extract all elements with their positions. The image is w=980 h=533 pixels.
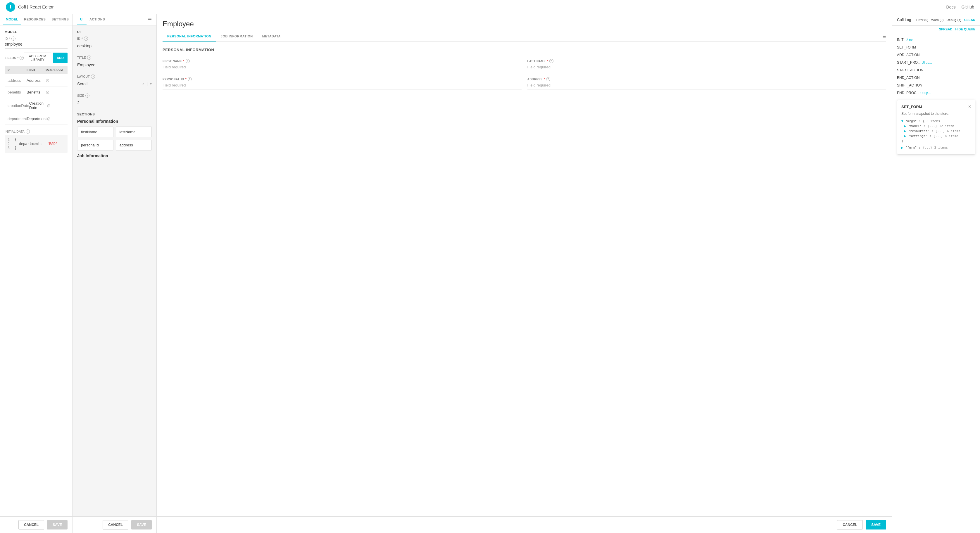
ui-id-input[interactable]: desktop	[77, 42, 152, 50]
log-item-init[interactable]: INIT 2 ms	[892, 36, 980, 44]
github-link[interactable]: GitHub	[961, 5, 974, 10]
layout-select-icons[interactable]: × | ▾	[142, 82, 152, 86]
log-item-addaction[interactable]: ADD_ACTION	[892, 51, 980, 59]
tab-ui[interactable]: UI	[77, 14, 86, 25]
add-field-button[interactable]: ADD	[53, 52, 68, 63]
log-hide-queue-button[interactable]: HIDE QUEUE	[955, 27, 975, 31]
main-layout: MODEL RESOURCES SETTINGS LAYOUTS ☰ MODEL…	[0, 14, 980, 533]
docs-link[interactable]: Docs	[947, 5, 956, 10]
ui-section-title: UI	[77, 30, 152, 33]
chevron-down-icon[interactable]: ▾	[150, 82, 152, 86]
log-item-sub[interactable]: UI up...	[921, 61, 932, 64]
log-header: Cofi Log Error (0) Warn (0) Debug (7) CL…	[892, 14, 980, 26]
preview-label-lastname: LAST NAME * ?	[527, 59, 886, 63]
log-item-shiftaction[interactable]: SHIFT_ACTION	[892, 81, 980, 89]
ui-layout-group: LAYOUT ? Scroll × | ▾	[77, 75, 152, 88]
fields-header: FIELDS * ? ADD FROM LIBRARY ADD	[5, 52, 68, 63]
initial-data-section: INITIAL DATA ? 1{ 2 department: 'R&D' 3}	[5, 130, 68, 153]
field-id: address	[8, 78, 27, 83]
field-lastname[interactable]: lastName	[116, 127, 152, 137]
field-id: creationDate	[8, 103, 29, 108]
log-item-endaction[interactable]: END_ACTION	[892, 74, 980, 81]
field-label: Address	[27, 78, 46, 83]
clear-icon[interactable]: ×	[142, 82, 145, 86]
preview-title: Employee	[162, 20, 886, 28]
model-panel: MODEL RESOURCES SETTINGS LAYOUTS ☰ MODEL…	[0, 14, 73, 533]
address-help-icon[interactable]: ?	[546, 77, 550, 81]
tab-personal-info[interactable]: PERSONAL INFORMATION	[162, 32, 216, 41]
ui-footer: CANCEL SAVE	[73, 516, 156, 533]
log-item-name: SHIFT_ACTION	[897, 83, 923, 87]
log-item-sub[interactable]: UI up...	[920, 91, 931, 95]
log-popup-close-button[interactable]: ×	[968, 104, 971, 109]
field-label: Department	[27, 117, 47, 121]
preview-save-button[interactable]: SAVE	[866, 520, 886, 530]
section-job-name: Job Information	[77, 154, 152, 158]
preview-panel: Employee PERSONAL INFORMATION JOB INFORM…	[157, 14, 892, 533]
ui-title-help-icon[interactable]: ?	[87, 56, 91, 60]
field-personalid[interactable]: personalId	[77, 140, 113, 151]
log-item-startpro[interactable]: START_PRO... UI up...	[892, 59, 980, 66]
field-id: benefits	[8, 90, 27, 94]
tab-actions[interactable]: ACTIONS	[86, 14, 108, 25]
ui-panel: UI ACTIONS ☰ UI ID * ? desktop TITLE ?	[73, 14, 157, 533]
table-row[interactable]: department Department ⊘	[5, 113, 68, 125]
add-from-library-button[interactable]: ADD FROM LIBRARY	[24, 52, 51, 63]
log-popup-header: SET_FORM ×	[901, 104, 971, 109]
firstname-help-icon[interactable]: ?	[186, 59, 190, 63]
topbar: I Cofi | React Editor Docs GitHub	[0, 0, 980, 14]
log-item-name: INIT	[897, 38, 904, 42]
field-id: department	[8, 117, 27, 121]
table-row[interactable]: benefits Benefits ⊘	[5, 87, 68, 98]
preview-cancel-button[interactable]: CANCEL	[837, 520, 863, 530]
preview-tabs: PERSONAL INFORMATION JOB INFORMATION MET…	[162, 32, 886, 42]
field-firstname[interactable]: firstName	[77, 127, 113, 137]
fields-help-icon[interactable]: ?	[19, 56, 24, 60]
model-cancel-button[interactable]: CANCEL	[18, 520, 44, 530]
log-content: INIT 2 ms SET_FORM ADD_ACTION START_PRO.…	[892, 33, 980, 533]
personalid-help-icon[interactable]: ?	[188, 77, 192, 81]
ui-id-help-icon[interactable]: ?	[84, 36, 88, 41]
ui-title-input[interactable]	[77, 61, 152, 69]
model-tabs: MODEL RESOURCES SETTINGS LAYOUTS ☰	[0, 14, 72, 25]
initial-data-help-icon[interactable]: ?	[26, 130, 30, 133]
preview-form-grid: FIRST NAME * ? Field required LAST NAME …	[162, 59, 886, 89]
log-spread-button[interactable]: SPREAD	[939, 27, 953, 31]
ui-layout-help-icon[interactable]: ?	[91, 75, 95, 79]
tab-settings[interactable]: SETTINGS	[49, 14, 72, 25]
log-actions: SPREAD HIDE QUEUE	[892, 26, 980, 33]
fields-table-header: Id Label Referenced	[5, 66, 68, 74]
topbar-left: I Cofi | React Editor	[6, 2, 54, 12]
table-row[interactable]: creationDate Creation Date ⊘	[5, 98, 68, 113]
tab-model[interactable]: MODEL	[3, 14, 21, 25]
ui-menu-icon[interactable]: ☰	[148, 17, 152, 22]
field-address[interactable]: address	[116, 140, 152, 151]
ui-save-button[interactable]: SAVE	[131, 520, 152, 530]
log-popup-title: SET_FORM	[901, 105, 922, 109]
log-item-time: 2 ms	[906, 38, 913, 41]
tab-job-info[interactable]: JOB INFORMATION	[216, 32, 258, 41]
preview-menu-icon[interactable]: ☰	[882, 34, 886, 39]
tab-resources[interactable]: RESOURCES	[21, 14, 49, 25]
log-filter-warn: Warn (0)	[931, 18, 943, 22]
model-save-button[interactable]: SAVE	[47, 520, 68, 530]
table-row[interactable]: address Address ⊘	[5, 75, 68, 87]
col-label: Label	[27, 68, 46, 72]
ui-size-help-icon[interactable]: ?	[85, 94, 89, 98]
log-item-startaction[interactable]: START_ACTION	[892, 66, 980, 74]
log-clear-button[interactable]: CLEAR	[964, 18, 975, 22]
log-item-name: END_PROC...	[897, 91, 920, 95]
log-item-endproc[interactable]: END_PROC... UI up...	[892, 89, 980, 97]
ui-cancel-button[interactable]: CANCEL	[103, 520, 128, 530]
tab-metadata[interactable]: METADATA	[258, 32, 285, 41]
log-item-setform[interactable]: SET_FORM	[892, 44, 980, 51]
ui-layout-select[interactable]: Scroll × | ▾	[77, 80, 152, 88]
tree-line: ▶ "model" : {...} 12 items	[901, 124, 971, 128]
ui-size-input[interactable]	[77, 99, 152, 107]
log-filter-debug[interactable]: Debug (7)	[947, 18, 961, 22]
id-help-icon[interactable]: ?	[11, 36, 16, 41]
ui-id-group: ID * ? desktop	[77, 36, 152, 50]
lastname-help-icon[interactable]: ?	[549, 59, 554, 63]
fields-label: FIELDS * ?	[5, 56, 24, 60]
preview-header: Employee PERSONAL INFORMATION JOB INFORM…	[157, 14, 892, 42]
